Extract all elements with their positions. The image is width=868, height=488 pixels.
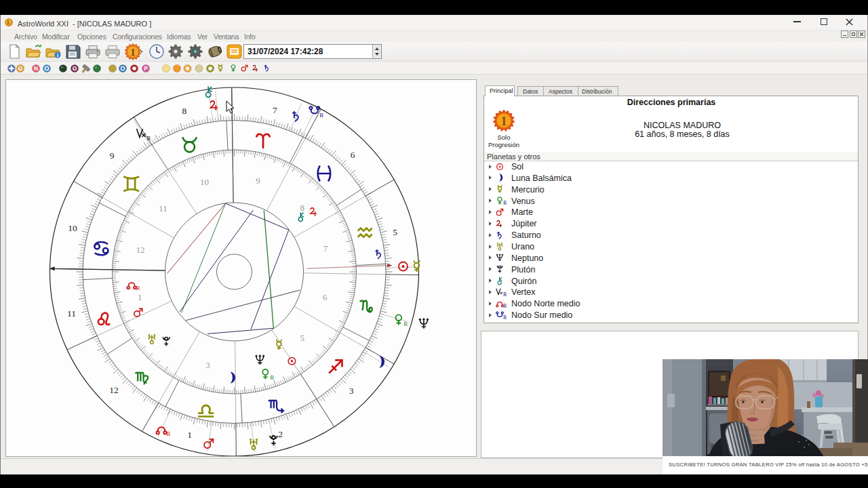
svg-text:6: 6 (351, 150, 355, 160)
svg-text:R: R (136, 285, 140, 291)
svg-text:P: P (144, 65, 148, 72)
svg-text:3: 3 (205, 360, 210, 370)
svg-text:11: 11 (67, 308, 76, 319)
svg-text:7: 7 (323, 243, 328, 253)
svg-text:9: 9 (110, 150, 115, 161)
svg-text:7: 7 (273, 105, 277, 115)
svg-text:1: 1 (501, 115, 507, 128)
svg-text:R: R (403, 321, 408, 327)
svg-text:1: 1 (138, 292, 142, 302)
svg-text:R: R (167, 430, 171, 437)
svg-text:12: 12 (109, 385, 119, 395)
svg-text:5: 5 (300, 333, 304, 343)
svg-text:8: 8 (182, 106, 187, 116)
svg-text:2: 2 (278, 429, 283, 439)
svg-text:10: 10 (68, 223, 77, 233)
svg-text:10: 10 (200, 177, 209, 187)
svg-text:R: R (270, 374, 274, 381)
svg-text:6: 6 (323, 292, 328, 302)
svg-text:12: 12 (136, 245, 145, 255)
svg-text:5: 5 (393, 227, 397, 237)
svg-text:1: 1 (131, 47, 136, 58)
svg-text:N: N (34, 65, 38, 72)
svg-text:11: 11 (159, 203, 167, 214)
svg-text:9: 9 (256, 176, 260, 186)
svg-text:1: 1 (187, 430, 192, 440)
svg-text:R: R (319, 112, 323, 119)
svg-text:3: 3 (349, 386, 354, 396)
svg-text:R: R (147, 135, 151, 142)
svg-text:8: 8 (300, 203, 304, 213)
